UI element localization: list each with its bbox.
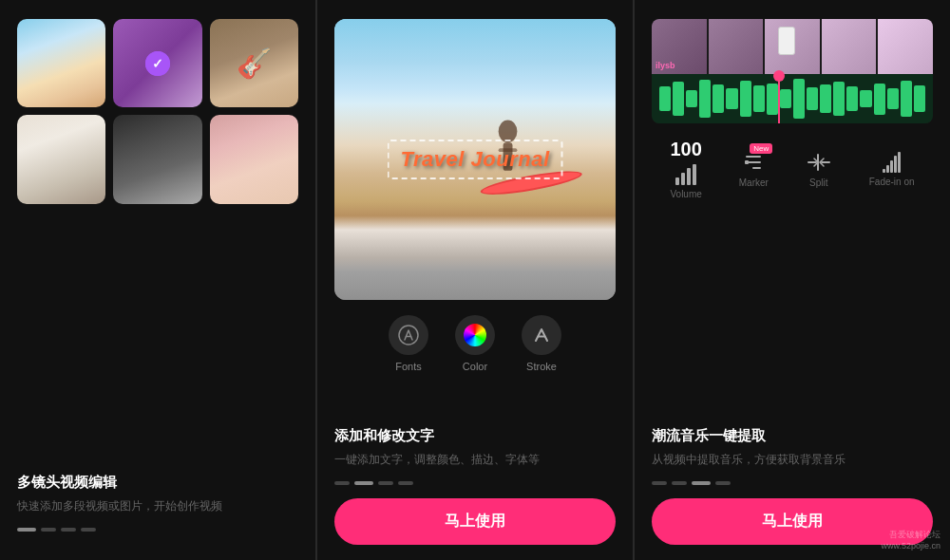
volume-label: Volume: [670, 189, 701, 199]
waveform: [652, 74, 933, 123]
wave-bar: [860, 90, 871, 107]
strip-seg-2: ilysb: [709, 19, 764, 74]
dot-1: [41, 528, 56, 532]
tool-color[interactable]: Color: [455, 315, 495, 372]
dot2-active: [354, 481, 373, 485]
vol-bar-3: [687, 168, 691, 185]
wave-bar: [673, 82, 684, 115]
ctrl-marker[interactable]: New Marker: [739, 151, 769, 188]
wave-bar: [820, 84, 831, 114]
dot2-3: [398, 481, 413, 485]
strip-seg-5: [878, 19, 933, 74]
panel1-dots: [17, 528, 298, 532]
wave-bar: [846, 86, 858, 111]
wave-bar: [793, 79, 805, 119]
wave-bar: [686, 90, 697, 107]
color-icon-circle: [455, 315, 495, 355]
panel2-desc: 一键添加文字，调整颜色、描边、字体等: [334, 451, 616, 468]
dot3-3: [715, 481, 731, 485]
photo-selfie[interactable]: [210, 115, 298, 203]
dot3-active: [692, 481, 711, 485]
video-preview: Travel Journal: [334, 19, 616, 300]
photo-grid: ✓ 🎸: [17, 19, 298, 204]
tools-row: Fonts Color Stroke: [334, 315, 616, 372]
marker-icon-wrap: New: [742, 151, 765, 174]
stroke-label: Stroke: [526, 361, 557, 372]
fade-bar-5: [898, 152, 901, 173]
wave-bar: [874, 84, 885, 115]
split-label: Split: [809, 177, 827, 188]
watermark-line2: www.52pojie.cn: [881, 540, 940, 552]
photo-purple-selected[interactable]: ✓: [113, 19, 201, 107]
wave-bar: [767, 84, 778, 115]
panel3-title: 潮流音乐一键提取: [652, 427, 933, 445]
ctrl-fade[interactable]: Fade-in on: [869, 152, 915, 187]
wave-bar: [726, 88, 737, 109]
music-panel-top: ilysb ilysb: [652, 19, 933, 123]
wave-bar: [914, 85, 925, 113]
fade-icon: [883, 152, 901, 173]
fade-bar-3: [890, 160, 893, 173]
color-label: Color: [463, 361, 487, 372]
panel3-desc: 从视频中提取音乐，方便获取背景音乐: [652, 451, 933, 468]
cta-button-2[interactable]: 马上使用: [334, 498, 616, 545]
marker-icon: [742, 151, 765, 174]
strip-seg-4: [822, 19, 877, 74]
wave-bar: [901, 81, 912, 116]
strip-seg-1: ilysb: [652, 19, 707, 74]
dot3-1: [672, 481, 687, 485]
color-wheel-icon: [464, 324, 486, 346]
text-overlay-box[interactable]: Travel Journal: [388, 140, 563, 179]
music-controls: 100 Volume New Marker: [652, 139, 933, 199]
fade-bar-1: [883, 169, 885, 173]
fade-bar-2: [886, 165, 889, 173]
panel-multi-lens: ✓ 🎸 多镜头视频编辑 快速添加多段视频或图片，开始创作视频: [0, 0, 316, 560]
fade-bar-4: [894, 156, 897, 173]
photo-person-white[interactable]: [17, 115, 105, 203]
vol-bar-1: [675, 177, 679, 185]
wave-bar: [712, 84, 724, 114]
dot3-0: [652, 481, 667, 485]
playhead-circle: [773, 70, 785, 82]
panel1-title: 多镜头视频编辑: [17, 474, 298, 492]
wave-bar: [780, 89, 791, 108]
vol-bar-4: [693, 164, 696, 185]
wave-bar: [887, 88, 899, 109]
dot-2: [61, 528, 76, 532]
watermark-line1: 吾爱破解论坛: [881, 529, 940, 541]
dot-active: [17, 528, 36, 532]
wave-bar: [833, 82, 845, 115]
dot-3: [81, 528, 96, 532]
photo-backpack[interactable]: [113, 115, 201, 203]
tool-stroke[interactable]: Stroke: [522, 315, 561, 372]
wave-bar: [807, 87, 818, 110]
watermark: 吾爱破解论坛 www.52pojie.cn: [881, 529, 940, 552]
wave-bar: [659, 86, 671, 111]
volume-icon: [675, 164, 696, 185]
new-badge: New: [750, 143, 772, 154]
panel-text-edit: Travel Journal Fonts Color: [317, 0, 634, 560]
panel2-dots: [334, 481, 616, 485]
phone-indicator: [778, 27, 795, 55]
split-icon: [806, 151, 832, 174]
playhead: [778, 74, 780, 123]
fade-label: Fade-in on: [869, 177, 915, 187]
volume-value: 100: [670, 139, 701, 160]
photo-guitar[interactable]: 🎸: [210, 19, 298, 107]
photo-beach-girl[interactable]: [17, 19, 105, 107]
svg-point-6: [399, 326, 418, 345]
ctrl-split[interactable]: Split: [806, 151, 832, 188]
tool-fonts[interactable]: Fonts: [389, 315, 428, 372]
panel1-bottom: 多镜头视频编辑 快速添加多段视频或图片，开始创作视频: [17, 474, 298, 545]
panel3-bottom: 潮流音乐一键提取 从视频中提取音乐，方便获取背景音乐 马上使用: [652, 427, 933, 545]
svg-rect-7: [745, 160, 749, 164]
fonts-label: Fonts: [395, 361, 422, 372]
fonts-icon-circle: [389, 315, 428, 355]
panel1-desc: 快速添加多段视频或图片，开始创作视频: [17, 497, 298, 514]
stroke-icon-circle: [522, 315, 561, 355]
panel2-title: 添加和修改文字: [334, 427, 616, 445]
wave-bar: [740, 81, 751, 116]
wave-bar: [699, 80, 711, 118]
ctrl-volume[interactable]: 100 Volume: [670, 139, 701, 199]
overlay-text: Travel Journal: [401, 147, 550, 171]
